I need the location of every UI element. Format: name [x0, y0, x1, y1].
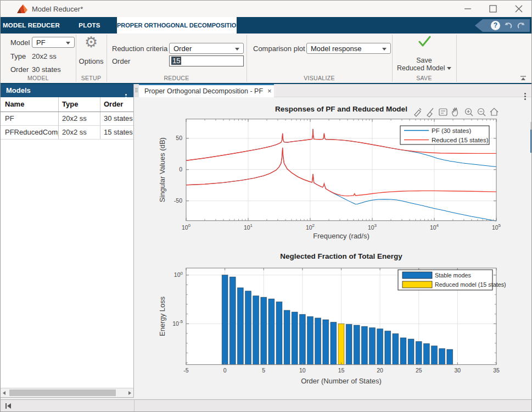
- svg-text:50: 50: [176, 135, 182, 141]
- model-reducer-window: Model Reducer* MODEL REDUCER PLOTS PROPE…: [0, 0, 532, 412]
- svg-text:Order (Number of States): Order (Number of States): [301, 377, 382, 385]
- svg-text:100: 100: [174, 271, 183, 279]
- tab-plots[interactable]: PLOTS: [62, 17, 117, 34]
- bar: [432, 346, 438, 365]
- svg-text:Singular Values (dB): Singular Values (dB): [158, 137, 166, 202]
- table-row[interactable]: PFReducedComp 20x2 ss 15 states: [1, 126, 133, 140]
- chart-energy: -50510152025303510010-5Order (Number of …: [158, 252, 506, 385]
- svg-text:Reduced (15 states): Reduced (15 states): [432, 137, 489, 143]
- datatips-icon: [439, 109, 447, 115]
- pan-icon: [452, 108, 458, 116]
- collapse-ribbon-icon[interactable]: [519, 75, 527, 81]
- charts-canvas: 100101102103104105500-50Frequency (rad/s…: [134, 97, 532, 398]
- column-header-type[interactable]: Type: [59, 97, 100, 112]
- scroll-left-icon: [2, 391, 7, 396]
- minimize-button[interactable]: [458, 1, 477, 17]
- model-dropdown[interactable]: PF: [32, 37, 75, 48]
- bar: [245, 291, 251, 365]
- save-reduced-model-button[interactable]: Save Reduced Model: [392, 57, 456, 72]
- document-menu-icon[interactable]: [524, 87, 526, 97]
- chevron-down-icon: [66, 42, 70, 44]
- bar: [354, 325, 360, 365]
- reduce-section-label: REDUCE: [107, 75, 247, 81]
- svg-text:102: 102: [306, 223, 315, 231]
- undo-icon[interactable]: [504, 22, 513, 30]
- column-header-order[interactable]: Order: [100, 97, 133, 112]
- model-label: Model: [10, 37, 30, 49]
- bar: [393, 333, 399, 364]
- bar-highlight: [338, 324, 344, 364]
- svg-text:10-5: 10-5: [172, 319, 183, 327]
- type-value: 20x2 ss: [32, 51, 57, 63]
- options-button[interactable]: Options: [76, 57, 107, 65]
- matlab-logo-icon: [17, 4, 27, 14]
- bar: [276, 302, 282, 364]
- document-tab[interactable]: Proper Orthogonal Decomposition - PF×: [139, 84, 274, 97]
- bar: [361, 326, 367, 365]
- chevron-down-icon: [235, 48, 239, 51]
- type-label: Type: [10, 51, 26, 63]
- bar: [222, 275, 228, 365]
- scrollbar-thumb: [9, 389, 116, 396]
- svg-text:Reduced model (15 states): Reduced model (15 states): [435, 281, 506, 288]
- svg-text:100: 100: [182, 223, 191, 231]
- svg-text:10: 10: [299, 367, 306, 374]
- bar: [331, 322, 337, 364]
- reduction-criteria-dropdown[interactable]: Order: [169, 43, 244, 54]
- table-row[interactable]: PF 20x2 ss 30 states: [1, 112, 133, 126]
- svg-text:Responses of PF and Reduced Mo: Responses of PF and Reduced Model: [275, 105, 407, 113]
- gear-icon[interactable]: ⚙: [76, 34, 107, 51]
- bar: [307, 316, 313, 365]
- bar: [439, 349, 445, 365]
- bar: [377, 329, 383, 365]
- order-input[interactable]: 15: [169, 55, 244, 66]
- ribbon-tab-bar: MODEL REDUCER PLOTS PROPER ORTHOGONAL DE…: [1, 17, 531, 34]
- help-icon[interactable]: ?: [491, 21, 500, 30]
- svg-text:-50: -50: [174, 197, 182, 204]
- svg-text:15: 15: [338, 367, 345, 374]
- panel-splitter[interactable]: [134, 84, 139, 97]
- models-panel: Models Name Type Order PF 20x2 ss 30 sta…: [1, 84, 134, 398]
- svg-text:5: 5: [262, 367, 265, 374]
- svg-text:-5: -5: [183, 367, 188, 374]
- ribbon-toolstrip: Model PF Type 20x2 ss Order 30 states MO…: [1, 34, 531, 84]
- visualize-section-label: VISUALIZE: [247, 75, 392, 81]
- document-area: Proper Orthogonal Decomposition - PF× 10…: [134, 84, 532, 398]
- save-check-icon: [392, 35, 456, 50]
- tab-model-reducer[interactable]: MODEL REDUCER: [1, 17, 62, 34]
- bar: [229, 277, 236, 365]
- chevron-down-icon: [382, 48, 387, 51]
- models-table-header: Name Type Order: [1, 97, 133, 112]
- reduction-criteria-label: Reduction criteria: [112, 43, 167, 55]
- bar: [299, 314, 305, 364]
- bar: [346, 324, 352, 364]
- svg-text:0: 0: [223, 367, 227, 374]
- collapse-panel-icon[interactable]: [5, 403, 12, 409]
- comparison-plot-dropdown[interactable]: Model response: [306, 43, 391, 54]
- models-table: Name Type Order PF 20x2 ss 30 states PFR…: [1, 97, 133, 140]
- bar: [400, 338, 406, 365]
- restore-view-icon: [490, 108, 498, 115]
- close-tab-icon[interactable]: ×: [267, 87, 272, 95]
- title-bar: Model Reducer*: [1, 1, 531, 17]
- bar: [408, 339, 414, 365]
- setup-section-label: SETUP: [76, 75, 107, 81]
- chart-responses: 100101102103104105500-50Frequency (rad/s…: [158, 105, 501, 240]
- axes-toolbar[interactable]: [415, 108, 498, 117]
- legend: Stable modesReduced model (15 states): [398, 270, 506, 290]
- svg-text:Stable modes: Stable modes: [435, 272, 472, 279]
- bar: [369, 328, 376, 365]
- bar: [253, 296, 259, 364]
- tab-proper-orthogonal-decomposition[interactable]: PROPER ORTHOGONAL DECOMPOSITION: [117, 17, 237, 34]
- redo-icon[interactable]: [517, 22, 525, 30]
- models-panel-header: Models: [1, 84, 133, 97]
- svg-text:0: 0: [179, 166, 182, 172]
- order-label: Order: [10, 64, 29, 76]
- close-button[interactable]: [509, 1, 528, 17]
- maximize-button[interactable]: [484, 1, 502, 17]
- bar: [268, 299, 275, 365]
- order-value: 30 states: [32, 64, 61, 76]
- horizontal-scrollbar[interactable]: [1, 388, 133, 397]
- column-header-name[interactable]: Name: [1, 97, 59, 112]
- bar: [447, 349, 453, 365]
